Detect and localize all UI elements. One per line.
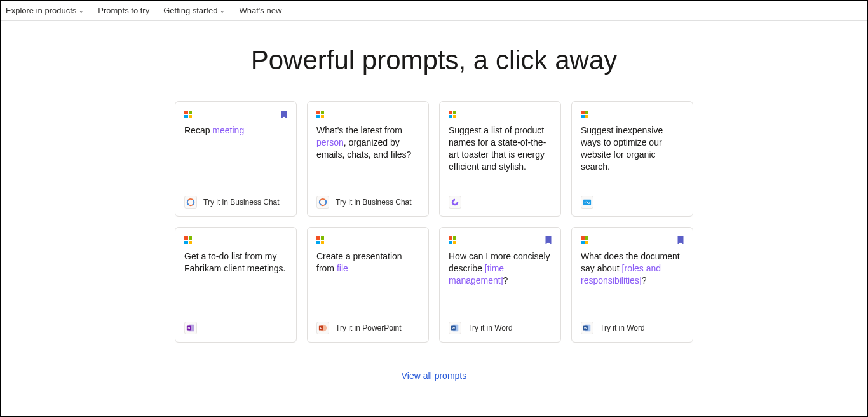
word-icon[interactable]: W bbox=[449, 322, 461, 334]
prompt-variable: meeting bbox=[212, 125, 244, 135]
prompt-card-7[interactable]: What does the document say about [roles … bbox=[571, 227, 693, 343]
bizchat-icon[interactable] bbox=[184, 196, 197, 208]
nav-item-2[interactable]: Getting started⌄ bbox=[163, 6, 225, 15]
whiteboard-icon[interactable] bbox=[581, 196, 593, 208]
top-nav: Explore in products⌄Prompts to tryGettin… bbox=[1, 1, 867, 21]
bookmark-icon[interactable] bbox=[545, 236, 552, 244]
microsoft-logo-icon bbox=[581, 111, 588, 118]
onenote-icon[interactable]: N bbox=[184, 322, 197, 334]
nav-item-0[interactable]: Explore in products⌄ bbox=[6, 6, 84, 15]
chevron-down-icon: ⌄ bbox=[220, 8, 225, 14]
microsoft-logo-icon bbox=[316, 111, 324, 118]
card-header bbox=[449, 111, 552, 120]
card-footer bbox=[581, 196, 684, 208]
prompt-text: How can I more concisely describe [time … bbox=[449, 250, 552, 322]
hero-title: Powerful prompts, a click away bbox=[1, 45, 867, 76]
prompt-text-part: What's the latest from bbox=[316, 125, 402, 135]
card-header bbox=[184, 111, 287, 120]
prompt-text-part: Create a presentation from bbox=[316, 251, 402, 273]
microsoft-logo-icon bbox=[581, 236, 588, 244]
view-all-link[interactable]: View all prompts bbox=[1, 371, 867, 381]
nav-label: What's new bbox=[239, 6, 281, 15]
prompt-text-part: Suggest inexpensive ways to optimize our… bbox=[581, 125, 663, 172]
nav-label: Prompts to try bbox=[98, 6, 149, 15]
prompt-text: What's the latest from person, organized… bbox=[316, 125, 419, 196]
prompt-text: Recap meeting bbox=[184, 125, 287, 196]
prompt-text-part: ? bbox=[642, 275, 647, 285]
microsoft-logo-icon bbox=[184, 236, 192, 244]
prompt-variable: file bbox=[337, 263, 348, 273]
prompt-card-6[interactable]: How can I more concisely describe [time … bbox=[439, 227, 561, 343]
prompt-card-1[interactable]: What's the latest from person, organized… bbox=[307, 101, 429, 217]
card-footer: Try it in Business Chat bbox=[184, 196, 287, 208]
app-label: Try it in Word bbox=[468, 324, 513, 332]
card-header bbox=[184, 236, 287, 245]
prompt-text: Suggest inexpensive ways to optimize our… bbox=[581, 125, 684, 196]
prompt-text: Create a presentation from file bbox=[316, 250, 419, 322]
powerpoint-icon[interactable]: P bbox=[316, 322, 329, 334]
card-footer: N bbox=[184, 322, 287, 334]
prompt-text-part: Get a to-do list from my Fabrikam client… bbox=[184, 251, 286, 273]
svg-text:P: P bbox=[320, 326, 323, 330]
app-label: Try it in Business Chat bbox=[203, 198, 280, 207]
app-label: Try it in PowerPoint bbox=[336, 324, 402, 332]
microsoft-logo-icon bbox=[449, 111, 456, 118]
card-footer: WTry it in Word bbox=[449, 322, 552, 334]
prompt-text: Suggest a list of product names for a st… bbox=[449, 125, 552, 196]
word-icon[interactable]: W bbox=[581, 322, 593, 334]
microsoft-logo-icon bbox=[449, 236, 456, 244]
prompt-card-3[interactable]: Suggest inexpensive ways to optimize our… bbox=[571, 101, 693, 217]
loop-icon[interactable] bbox=[449, 196, 461, 208]
prompt-text: What does the document say about [roles … bbox=[581, 250, 684, 322]
card-header bbox=[316, 236, 419, 245]
card-footer: PTry it in PowerPoint bbox=[316, 322, 419, 334]
prompt-text-part: ? bbox=[503, 275, 508, 285]
app-label: Try it in Business Chat bbox=[336, 198, 412, 207]
prompt-variable: person bbox=[316, 137, 344, 147]
nav-item-3[interactable]: What's new bbox=[239, 6, 281, 15]
prompt-text-part: Suggest a list of product names for a st… bbox=[449, 125, 546, 172]
prompt-text: Get a to-do list from my Fabrikam client… bbox=[184, 250, 287, 322]
card-footer: Try it in Business Chat bbox=[316, 196, 419, 208]
bookmark-icon[interactable] bbox=[281, 111, 287, 118]
main: Powerful prompts, a click away Recap mee… bbox=[1, 21, 867, 381]
card-footer bbox=[449, 196, 552, 208]
microsoft-logo-icon bbox=[184, 111, 192, 118]
microsoft-logo-icon bbox=[316, 236, 324, 244]
prompt-card-0[interactable]: Recap meetingTry it in Business Chat bbox=[175, 101, 297, 217]
prompt-text-part: Recap bbox=[184, 125, 212, 135]
nav-label: Explore in products bbox=[6, 6, 76, 15]
svg-text:W: W bbox=[584, 326, 587, 330]
card-header bbox=[581, 236, 684, 245]
prompt-card-2[interactable]: Suggest a list of product names for a st… bbox=[439, 101, 561, 217]
card-header bbox=[449, 236, 552, 245]
app-label: Try it in Word bbox=[600, 324, 645, 332]
prompt-card-4[interactable]: Get a to-do list from my Fabrikam client… bbox=[175, 227, 297, 343]
chevron-down-icon: ⌄ bbox=[79, 8, 84, 14]
card-header bbox=[581, 111, 684, 120]
card-header bbox=[316, 111, 419, 120]
prompt-card-5[interactable]: Create a presentation from filePTry it i… bbox=[307, 227, 429, 343]
bizchat-icon[interactable] bbox=[316, 196, 329, 208]
nav-label: Getting started bbox=[163, 6, 217, 15]
bookmark-icon[interactable] bbox=[677, 236, 684, 244]
nav-item-1[interactable]: Prompts to try bbox=[98, 6, 149, 15]
svg-text:W: W bbox=[452, 326, 455, 330]
prompt-grid: Recap meetingTry it in Business ChatWhat… bbox=[175, 101, 693, 343]
svg-text:N: N bbox=[187, 326, 190, 330]
card-footer: WTry it in Word bbox=[581, 322, 684, 334]
